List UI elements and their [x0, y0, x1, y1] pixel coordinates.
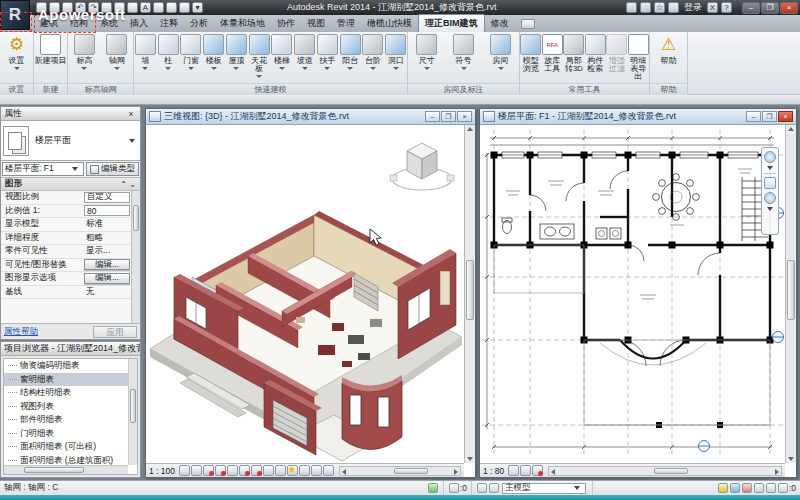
plan-title-bar[interactable]: 楼层平面: F1 - 江湖别墅2014_修改背景色.rvt – ❐ × [480, 109, 796, 125]
section-icon[interactable] [166, 2, 177, 13]
qat-customize-icon[interactable]: ▾ [192, 2, 203, 13]
settings-button[interactable]: ⚙ 设置 [0, 34, 33, 70]
sun-path-icon[interactable] [532, 465, 543, 476]
thin-lines-icon[interactable] [179, 2, 190, 13]
tab-insert[interactable]: 插入 [124, 15, 154, 32]
chevron-down-icon[interactable] [767, 207, 773, 211]
floor-button[interactable]: 楼板 [202, 34, 225, 70]
graphics-section-header[interactable]: 图形 ⌃ ⌄ [1, 178, 140, 191]
room-button[interactable]: 房间 [482, 34, 519, 70]
tag-icon[interactable] [127, 2, 138, 13]
default-3d-view-icon[interactable] [153, 2, 164, 13]
temporary-hide-isolate-icon[interactable] [275, 465, 286, 476]
minimize-button[interactable]: – [742, 2, 760, 14]
enhanced-filter-button[interactable]: 增强过滤 [606, 34, 628, 73]
zoom-icon[interactable] [764, 192, 776, 204]
steering-wheel-icon[interactable] [764, 151, 776, 163]
property-row[interactable]: 详细程度粗略 [1, 232, 140, 246]
tree-item[interactable]: 物资编码明细表 [4, 359, 137, 373]
design-options-segment[interactable]: 主模型 [472, 481, 593, 495]
tab-analyze[interactable]: 分析 [184, 15, 214, 32]
instance-combo[interactable]: 楼层平面: F1 [2, 162, 84, 176]
ceiling-button[interactable]: 天花板 [248, 34, 271, 78]
plan-horizontal-scrollbar[interactable] [548, 466, 782, 476]
unlocked-3d-view-icon[interactable] [263, 465, 274, 476]
opening-button[interactable]: 洞口 [384, 34, 407, 70]
visual-style-icon[interactable] [191, 465, 202, 476]
help-icon[interactable]: ? [721, 2, 732, 13]
tree-vertical-scrollbar[interactable] [128, 359, 137, 465]
show-crop-region-icon[interactable] [520, 465, 531, 476]
worksharing-display-icon[interactable] [299, 465, 310, 476]
restore-button[interactable]: ❐ [761, 2, 779, 14]
select-underlay-icon[interactable] [730, 483, 740, 493]
edit-button[interactable]: 编辑... [84, 259, 130, 270]
view-scale[interactable]: 1 : 100 [149, 466, 175, 476]
sun-path-icon[interactable] [203, 465, 214, 476]
view3d-vertical-scrollbar[interactable] [464, 125, 475, 463]
edit-type-button[interactable]: 编辑类型 [86, 162, 139, 176]
view-scale[interactable]: 1 : 80 [483, 466, 504, 476]
user-icon[interactable] [668, 2, 679, 13]
apply-button[interactable]: 应用 [93, 326, 137, 338]
tab-collaborate[interactable]: 协作 [271, 15, 301, 32]
project-browser-title-bar[interactable]: 项目浏览器 - 江湖别墅2014_修改背景... × [1, 342, 140, 356]
temporary-view-properties-icon[interactable] [311, 465, 322, 476]
dimension-button[interactable]: 尺寸 [408, 34, 445, 70]
property-row[interactable]: 比例值 1:80 [1, 205, 140, 219]
properties-title-bar[interactable]: 属性 × [1, 107, 140, 121]
crop-view-icon[interactable] [239, 465, 250, 476]
tab-modify[interactable]: 修改 [485, 15, 515, 32]
view3d-title-bar[interactable]: 三维视图: {3D} - 江湖别墅2014_修改背景色.rvt – ❐ × [146, 109, 475, 125]
chevron-down-icon[interactable] [767, 166, 773, 170]
communication-center-icon[interactable] [640, 2, 651, 13]
shadows-icon[interactable] [215, 465, 226, 476]
view-cube[interactable] [386, 133, 458, 197]
level-button[interactable]: 标高 [68, 34, 101, 70]
design-option-combo[interactable]: 主模型 [502, 483, 586, 494]
door-window-button[interactable]: 门窗 [180, 34, 203, 70]
plan-canvas[interactable] [480, 125, 785, 463]
text-icon[interactable]: A [140, 2, 151, 13]
properties-help-link[interactable]: 属性帮助 [4, 326, 38, 338]
element-search-button[interactable]: 构件检索 [585, 34, 607, 73]
exchange-apps-icon[interactable]: X [707, 2, 718, 13]
select-links-icon[interactable] [718, 483, 728, 493]
new-project-button[interactable]: 新建项目 [34, 34, 67, 65]
plan-vertical-scrollbar[interactable] [785, 125, 796, 463]
select-pinned-icon[interactable] [742, 483, 752, 493]
property-row[interactable]: 基线无 [1, 286, 140, 300]
symbol-button[interactable]: 符号 [445, 34, 482, 70]
tree-item[interactable]: 视图列表 [4, 400, 137, 414]
show-crop-region-icon[interactable] [251, 465, 262, 476]
wall-button[interactable]: 墙 [134, 34, 157, 70]
property-row[interactable]: 零件可见性显示... [1, 245, 140, 259]
edit-button[interactable]: 编辑... [84, 273, 130, 284]
family-library-button[interactable]: RFA族库工具 [542, 34, 564, 73]
tab-glodon[interactable]: 橄榄山快模 [361, 15, 418, 32]
worksets-segment[interactable]: :0 [444, 481, 472, 495]
reveal-hidden-elements-icon[interactable] [287, 465, 298, 476]
steps-button[interactable]: 台阶 [362, 34, 385, 70]
tab-manage[interactable]: 管理 [331, 15, 361, 32]
view-restore-button[interactable]: ❐ [441, 111, 456, 122]
view-minimize-button[interactable]: – [425, 111, 440, 122]
schedule-export-button[interactable]: 明细表导出 [628, 34, 650, 81]
tab-massing-site[interactable]: 体量和场地 [214, 15, 271, 32]
view-minimize-button[interactable]: – [746, 111, 761, 122]
editable-only-toggle[interactable] [423, 481, 444, 495]
view3d-horizontal-scrollbar[interactable] [339, 466, 461, 476]
crop-view-icon[interactable] [508, 465, 519, 476]
tree-item[interactable]: 门明细表 [4, 427, 137, 441]
tab-annotate[interactable]: 注释 [154, 15, 184, 32]
properties-scrollbar[interactable] [131, 191, 140, 323]
property-row[interactable]: 视图比例自定义 [1, 191, 140, 205]
displaced-elements-icon[interactable] [323, 465, 334, 476]
stairs-button[interactable]: 楼梯 [271, 34, 294, 70]
tab-lizheng-bim[interactable]: 理正BIM建筑 [418, 14, 485, 32]
ramp-button[interactable]: 坡道 [293, 34, 316, 70]
tree-item[interactable]: 部件明细表 [4, 413, 137, 427]
view-close-button[interactable]: × [778, 111, 793, 122]
tab-view[interactable]: 视图 [301, 15, 331, 32]
tree-item[interactable]: 面积明细表 (可出租) [4, 440, 137, 454]
